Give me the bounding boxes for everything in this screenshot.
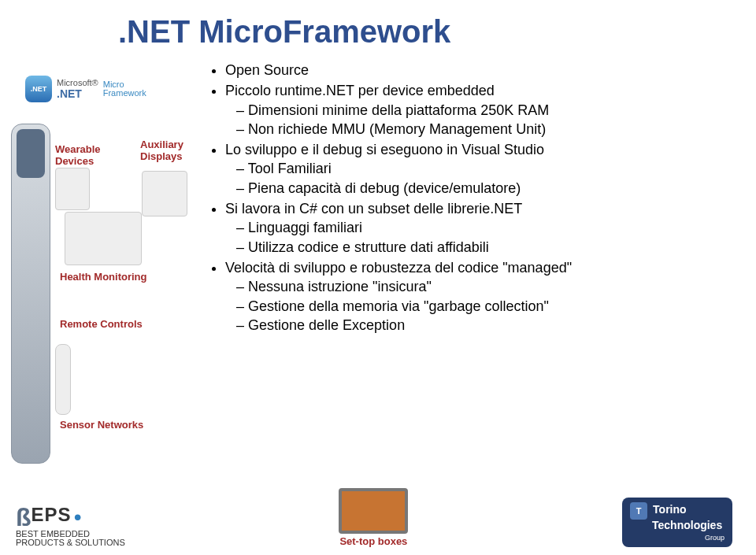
bullet-csharp: Si lavora in C# con un subset delle libr…	[225, 199, 732, 257]
modules-image	[65, 212, 142, 265]
bullet-insicura: Nessuna istruzione "insicura"	[236, 277, 732, 296]
beps-logo: ßEPS • BEST EMBEDDED PRODUCTS & SOLUTION…	[16, 505, 125, 547]
slide-title: .NET MicroFramework	[118, 14, 732, 50]
bullet-runtime: Piccolo runtime.NET per device embedded …	[225, 81, 732, 139]
settop-section: Set-top boxes	[339, 488, 408, 547]
bullet-linguaggi: Linguaggi familiari	[236, 218, 732, 237]
gps-image	[142, 171, 187, 216]
sensor-label: Sensor Networks	[60, 420, 143, 431]
dotnet-text: .NET	[57, 87, 98, 100]
bullet-open-source: Open Source	[225, 61, 732, 80]
bullet-exception: Gestione delle Exception	[236, 316, 732, 335]
bullet-debug: Piena capacità di debug (device/emulator…	[236, 179, 732, 198]
footer: ßEPS • BEST EMBEDDED PRODUCTS & SOLUTION…	[16, 488, 732, 547]
tv-icon	[339, 488, 408, 534]
ttg-icon: T	[630, 502, 647, 520]
remote-device-image	[11, 124, 50, 464]
dotnet-icon: .NET	[25, 76, 52, 102]
framework-text: Framework	[103, 89, 146, 98]
bullet-mmu: Non richiede MMU (Memory Management Unit…	[236, 120, 732, 139]
bullet-dimensioni: Dimensioni minime della piattaforma 250K…	[236, 101, 732, 120]
bullet-visualstudio: Lo sviluppo e il debug si eseguono in Vi…	[225, 140, 732, 198]
ttg-logo: T Torino Technologies Group	[622, 498, 732, 547]
health-label: Health Monitoring	[60, 272, 147, 283]
beta-icon: ß	[16, 505, 32, 530]
bullet-content: Open Source Piccolo runtime.NET per devi…	[205, 61, 732, 336]
microsoft-text: Microsoft®	[57, 78, 98, 87]
antenna-image	[55, 344, 71, 415]
aux-displays-label: AuxiliaryDisplays	[140, 139, 183, 163]
remote-label: Remote Controls	[60, 319, 143, 331]
wearable-label: WearableDevices	[55, 144, 101, 168]
watch-image	[55, 168, 90, 210]
left-column: .NET Microsoft® .NET Micro Framework Wea…	[16, 61, 205, 336]
bullet-garbage: Gestione della memoria via "garbage coll…	[236, 297, 732, 316]
bullet-codice: Utilizza codice e strutture dati affidab…	[236, 238, 732, 257]
bullet-managed: Velocità di sviluppo e robustezza del co…	[225, 258, 732, 335]
bullet-tool: Tool Familiari	[236, 159, 732, 178]
dot-icon: •	[74, 506, 82, 528]
netmf-logo: .NET Microsoft® .NET Micro Framework	[25, 65, 183, 113]
settop-label: Set-top boxes	[339, 535, 407, 547]
